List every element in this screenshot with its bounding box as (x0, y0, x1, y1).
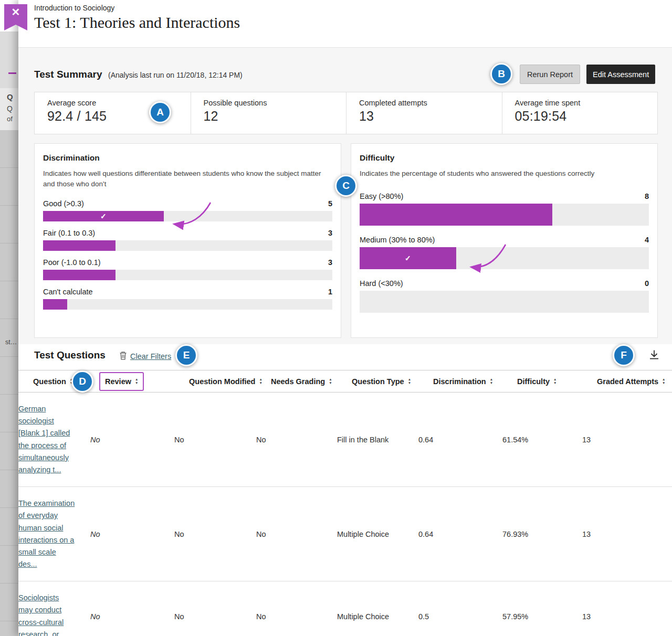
cell-review: No (90, 530, 174, 538)
bar-fill (360, 204, 552, 226)
bar-value: 5 (328, 199, 332, 208)
column-header-review[interactable]: Review▲▼ (99, 372, 144, 391)
column-header-question-modified[interactable]: Question Modified▲▼ (189, 377, 262, 386)
bar-group: Easy (>80%)8 (360, 192, 649, 226)
column-label: Graded Attempts (597, 377, 658, 386)
cell-difficulty: 61.54% (502, 436, 582, 444)
background-text-fragment: Q (7, 92, 18, 101)
bar-track: ✓ (360, 247, 649, 269)
cell-review: No (90, 612, 174, 621)
sort-icon[interactable]: ▲▼ (259, 378, 262, 385)
column-header-question[interactable]: Question▲▼ (33, 377, 73, 386)
sort-icon[interactable]: ▲▼ (662, 378, 665, 385)
bar-group: Hard (<30%)0 (360, 279, 649, 313)
test-questions-table: Question▲▼Review▲▼Question Modified▲▼Nee… (18, 370, 672, 636)
bar-fill: ✓ (43, 211, 164, 221)
sort-icon[interactable]: ▲▼ (329, 378, 332, 385)
stat-value: 05:19:54 (515, 109, 648, 124)
cell-question-type: Multiple Choice (337, 530, 418, 538)
bar-label: Easy (>80%) (360, 192, 403, 200)
annotation-e: E (175, 344, 197, 366)
stat-value: 12 (204, 109, 337, 124)
bar-label: Good (>0.3) (43, 199, 84, 208)
bar-track: ✓ (43, 211, 332, 221)
bar-value: 3 (328, 229, 332, 237)
screen: Q Q of st… ✕ Introduction to Sociology T… (0, 0, 672, 636)
discrimination-panel: Discrimination Indicates how well questi… (34, 143, 341, 338)
cell-discrimination: 0.64 (418, 436, 502, 444)
cell-discrimination: 0.5 (418, 612, 502, 621)
column-header-difficulty[interactable]: Difficulty▲▼ (517, 377, 556, 386)
column-label: Needs Grading (271, 377, 325, 386)
rerun-report-button[interactable]: Rerun Report (520, 65, 580, 84)
bar-track (360, 291, 649, 313)
annotation-c: C (335, 175, 357, 197)
sort-icon[interactable]: ▲▼ (408, 378, 411, 385)
close-icon[interactable]: ✕ (4, 7, 27, 17)
column-label: Question Type (352, 377, 404, 386)
column-header-needs-grading[interactable]: Needs Grading▲▼ (271, 377, 332, 386)
annotation-a: A (149, 101, 171, 123)
column-header-discrimination[interactable]: Discrimination▲▼ (433, 377, 493, 386)
bar-group: Good (>0.3)5✓ (43, 199, 332, 221)
bar-track (43, 240, 332, 251)
analysis-timestamp: (Analysis last run on 11/20/18, 12:14 PM… (108, 71, 243, 79)
background-text-fragment: st… (5, 338, 17, 346)
stat-value: 13 (359, 109, 492, 124)
question-link[interactable]: The examination of everyday human social… (18, 497, 75, 570)
sort-icon[interactable]: ▲▼ (490, 378, 493, 385)
sort-icon[interactable]: ▲▼ (553, 378, 556, 385)
cell-needs-grading: No (256, 612, 337, 621)
clear-filters-link[interactable]: Clear Filters (119, 351, 171, 362)
cell-graded-attempts: 13 (582, 612, 651, 621)
background-text-fragment: of (7, 115, 18, 123)
annotation-b: B (490, 63, 512, 85)
bar-label: Can't calculate (43, 288, 93, 296)
table-body: German sociologist [Blank 1] called the … (18, 393, 672, 636)
bar-value: 3 (328, 258, 332, 267)
column-label: Difficulty (517, 377, 550, 386)
column-label: Discrimination (433, 377, 486, 386)
bar-track (43, 270, 332, 280)
edit-assessment-button[interactable]: Edit Assessment (586, 65, 655, 84)
panel-title: Difficulty (360, 153, 649, 163)
panel-description: Indicates how well questions differentia… (43, 168, 332, 190)
stat-label: Completed attempts (359, 99, 492, 107)
background-tab-indicator (8, 72, 16, 74)
test-summary-heading-row: Test Summary (Analysis last run on 11/20… (34, 69, 243, 80)
table-header-row: Question▲▼Review▲▼Question Modified▲▼Nee… (18, 370, 672, 393)
course-name: Introduction to Sociology (34, 4, 114, 12)
bar-value: 4 (645, 236, 649, 244)
sort-icon[interactable]: ▲▼ (135, 378, 138, 385)
question-link[interactable]: Sociologists may conduct cross-cultural … (18, 592, 75, 636)
column-label: Question (33, 377, 66, 386)
annotation-d: D (71, 370, 93, 393)
bar-label: Medium (30% to 80%) (360, 236, 435, 244)
question-link[interactable]: German sociologist [Blank 1] called the … (18, 403, 75, 476)
background-band (0, 31, 18, 88)
column-label: Question Modified (189, 377, 255, 386)
test-summary-heading: Test Summary (34, 69, 102, 80)
bar-fill (43, 240, 116, 251)
page-title: Test 1: Theories and Interactions (34, 14, 240, 31)
column-header-question-type[interactable]: Question Type▲▼ (352, 377, 411, 386)
bar-label: Fair (0.1 to 0.3) (43, 229, 95, 237)
difficulty-bars: Easy (>80%)8Medium (30% to 80%)4✓Hard (<… (360, 192, 649, 313)
download-icon[interactable] (645, 346, 663, 364)
background-page-strip: Q Q of st… (0, 0, 18, 636)
stat-label: Possible questions (204, 99, 337, 107)
bar-group: Medium (30% to 80%)4✓ (360, 236, 649, 269)
bar-label: Poor (-1.0 to 0.1) (43, 258, 101, 267)
panel-title: Discrimination (43, 153, 332, 163)
column-header-graded-attempts[interactable]: Graded Attempts▲▼ (597, 377, 666, 386)
cell-question-modified: No (174, 612, 256, 621)
cell-discrimination: 0.64 (418, 530, 502, 538)
bar-group: Fair (0.1 to 0.3)3 (43, 229, 332, 251)
bar-value: 8 (645, 192, 649, 200)
bar-fill (43, 270, 116, 280)
cell-graded-attempts: 13 (582, 530, 651, 538)
stat-completed-attempts: Completed attempts 13 (346, 92, 502, 134)
table-row: German sociologist [Blank 1] called the … (18, 393, 672, 487)
stat-possible-questions: Possible questions 12 (191, 92, 346, 134)
cell-review: No (90, 436, 174, 444)
